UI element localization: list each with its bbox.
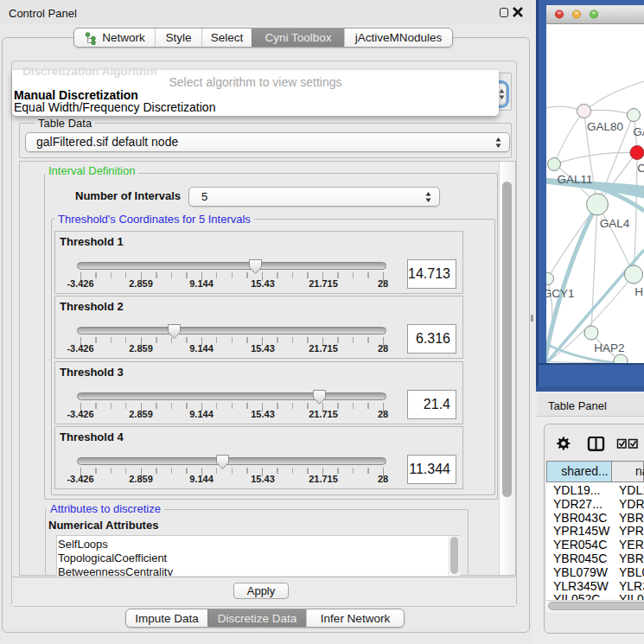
svg-text:C: C [637,162,644,175]
svg-text:GA: GA [633,125,644,138]
svg-text:H: H [634,285,643,298]
svg-text:HAP2: HAP2 [594,341,624,354]
svg-text:GAL11: GAL11 [557,173,592,186]
svg-text:GCY1: GCY1 [546,287,574,300]
svg-text:GAL80: GAL80 [587,120,623,133]
svg-text:GAL4: GAL4 [600,217,630,230]
